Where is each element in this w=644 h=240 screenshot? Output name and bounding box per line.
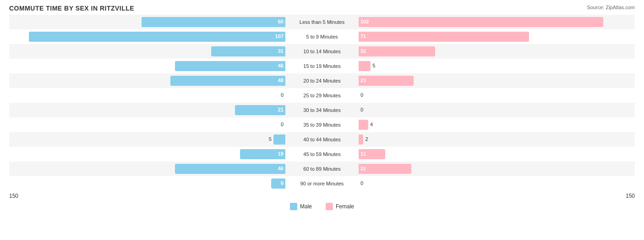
chart-row: 60 to 89 Minutes4622: [9, 162, 635, 176]
chart-row: 20 to 24 Minutes4823: [9, 73, 635, 88]
bar-male: [175, 61, 285, 71]
row-label: Less than 5 Minutes: [285, 19, 359, 25]
chart-row: 40 to 44 Minutes52: [9, 132, 635, 147]
val-male: 31: [278, 48, 284, 54]
val-male: 46: [278, 63, 284, 68]
chart-row: Less than 5 Minutes60102: [9, 15, 635, 29]
val-male: 5: [269, 136, 272, 142]
legend-male-box: [290, 203, 297, 210]
source-label: Source: ZipAtlas.com: [587, 5, 635, 10]
chart-area: Less than 5 Minutes601025 to 9 Minutes10…: [9, 15, 635, 191]
bar-female: [359, 17, 603, 27]
row-label: 40 to 44 Minutes: [285, 137, 359, 142]
bar-male: [273, 134, 285, 145]
val-female: 5: [372, 63, 375, 68]
chart-row: 25 to 29 Minutes00: [9, 88, 635, 103]
bar-female: [359, 61, 371, 71]
val-male: 0: [281, 122, 284, 127]
val-male: 19: [278, 151, 284, 156]
val-female: 0: [360, 180, 363, 186]
row-label: 20 to 24 Minutes: [285, 78, 359, 84]
val-female: 0: [360, 107, 363, 112]
chart-row: 30 to 34 Minutes210: [9, 103, 635, 117]
row-label: 25 to 29 Minutes: [285, 93, 359, 98]
bar-male: [170, 76, 285, 86]
bar-female: [359, 32, 529, 42]
legend: Male Female: [9, 203, 635, 210]
bar-female: [359, 46, 435, 56]
row-label: 5 to 9 Minutes: [285, 34, 359, 39]
val-male: 21: [278, 107, 284, 112]
axis-labels: 150 150: [9, 191, 635, 201]
val-male: 0: [281, 92, 284, 98]
row-label: 45 to 59 Minutes: [285, 151, 359, 157]
bar-female: [359, 164, 411, 174]
chart-row: 5 to 9 Minutes10771: [9, 29, 635, 44]
val-female: 71: [360, 33, 366, 39]
val-female: 22: [360, 166, 366, 171]
val-female: 11: [360, 151, 366, 156]
val-male: 107: [275, 33, 284, 39]
axis-right: 150: [626, 193, 635, 199]
val-female: 32: [360, 48, 366, 54]
val-male: 60: [278, 19, 284, 24]
bar-male: [142, 17, 285, 27]
chart-container: COMMUTE TIME BY SEX IN RITZVILLE Source:…: [0, 0, 644, 240]
bar-male: [29, 32, 285, 42]
val-female: 0: [360, 92, 363, 98]
legend-female-box: [326, 203, 333, 210]
row-label: 90 or more Minutes: [285, 181, 359, 186]
bar-male: [175, 164, 285, 174]
bar-female: [359, 76, 414, 86]
legend-male-label: Male: [300, 203, 312, 210]
legend-female-label: Female: [336, 203, 354, 210]
chart-row: 90 or more Minutes60: [9, 176, 635, 191]
row-label: 10 to 14 Minutes: [285, 49, 359, 54]
chart-row: 10 to 14 Minutes3132: [9, 44, 635, 59]
val-male: 6: [281, 180, 284, 186]
bar-female: [359, 134, 363, 145]
chart-row: 45 to 59 Minutes1911: [9, 147, 635, 162]
val-male: 48: [278, 78, 284, 83]
chart-row: 15 to 19 Minutes465: [9, 59, 635, 73]
val-female: 23: [360, 78, 366, 83]
row-label: 30 to 34 Minutes: [285, 107, 359, 113]
val-female: 102: [360, 19, 369, 24]
axis-left: 150: [9, 193, 18, 199]
chart-row: 35 to 39 Minutes04: [9, 117, 635, 132]
row-label: 60 to 89 Minutes: [285, 166, 359, 172]
legend-male: Male: [290, 203, 312, 210]
row-label: 15 to 19 Minutes: [285, 63, 359, 69]
row-label: 35 to 39 Minutes: [285, 122, 359, 128]
val-female: 4: [370, 122, 373, 127]
val-male: 46: [278, 166, 284, 171]
bar-male: [211, 46, 285, 56]
chart-title: COMMUTE TIME BY SEX IN RITZVILLE: [9, 5, 635, 12]
bar-female: [359, 120, 368, 130]
legend-female: Female: [326, 203, 354, 210]
val-female: 2: [365, 136, 368, 142]
